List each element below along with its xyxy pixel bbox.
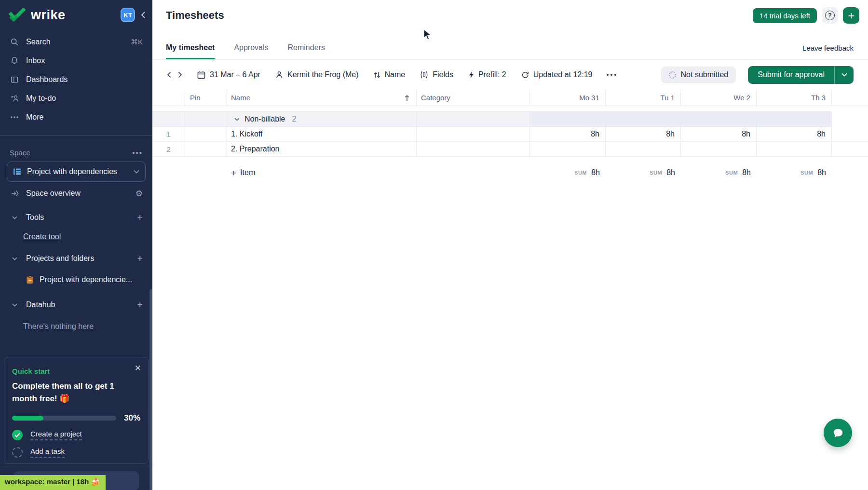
sidebar-nav: Search ⌘K Inbox Dashboards My to-do Mo <box>0 30 152 126</box>
sort-asc-icon[interactable] <box>405 95 409 101</box>
add-project-icon[interactable]: + <box>137 254 143 263</box>
avatar[interactable]: KT <box>121 8 135 22</box>
sidebar-item-space-overview[interactable]: Space overview ⚙ <box>0 183 152 204</box>
progress-bar <box>12 416 116 421</box>
column-header-category[interactable]: Category <box>417 90 530 106</box>
collapse-sidebar-icon[interactable] <box>141 11 146 19</box>
refresh-icon <box>521 70 529 79</box>
trial-badge[interactable]: 14 trial days left <box>753 8 817 23</box>
create-tool-link[interactable]: Create tool <box>0 228 152 245</box>
sidebar-scrollbar[interactable] <box>149 289 152 490</box>
calendar-icon <box>197 70 206 80</box>
next-week-icon[interactable] <box>178 71 182 78</box>
chevron-down-icon <box>10 216 19 219</box>
wrike-logo-text: wrike <box>31 8 66 23</box>
date-range-picker[interactable]: 31 Mar – 6 Apr <box>197 70 260 80</box>
plus-icon: + <box>231 168 236 177</box>
space-selector[interactable]: Project with dependencies <box>7 162 146 182</box>
sidebar-section-projects[interactable]: Projects and folders + <box>0 248 152 269</box>
sidebar-header: wrike KT <box>0 0 152 30</box>
sort-control[interactable]: Name <box>373 70 406 79</box>
row-number: 2 <box>152 142 185 157</box>
sidebar-item-dashboards[interactable]: Dashboards <box>0 70 152 89</box>
sidebar-section-tools[interactable]: Tools + <box>0 207 152 228</box>
leave-feedback-link[interactable]: Leave feedback <box>802 44 854 59</box>
space-list-icon <box>13 168 21 176</box>
hours-cell[interactable]: 8h <box>681 127 757 142</box>
create-new-button[interactable]: ＋ <box>843 7 859 24</box>
prefill-control[interactable]: Prefill: 2 <box>468 70 506 79</box>
space-options-icon[interactable]: ••• <box>132 149 143 157</box>
task-name[interactable]: 2. Preparation <box>227 142 417 157</box>
add-datahub-icon[interactable]: + <box>137 300 143 310</box>
space-section-label: Space <box>10 149 30 157</box>
search-shortcut: ⌘K <box>131 38 143 46</box>
sidebar-item-label: My to-do <box>26 94 56 103</box>
workspace-badge: workspace: master | 18h 🍰 <box>0 475 106 490</box>
close-icon[interactable]: ✕ <box>135 363 141 373</box>
fields-icon <box>420 70 429 79</box>
row-number: 1 <box>152 127 185 142</box>
gear-icon[interactable]: ⚙ <box>136 189 143 199</box>
category-cell[interactable] <box>417 127 530 142</box>
tab-approvals[interactable]: Approvals <box>234 43 268 59</box>
add-item-button[interactable]: + Item <box>227 164 417 181</box>
person-icon <box>275 70 284 79</box>
wrike-logo[interactable]: wrike <box>8 8 66 23</box>
hours-cell[interactable] <box>681 142 757 157</box>
more-icon <box>10 116 19 119</box>
task-name[interactable]: 1. Kickoff <box>227 127 417 142</box>
quick-start-item-create-project[interactable]: Create a project <box>12 430 140 440</box>
fields-control[interactable]: Fields <box>420 70 453 79</box>
help-button[interactable]: ? <box>822 7 838 24</box>
sidebar-item-search[interactable]: Search ⌘K <box>0 32 152 51</box>
user-filter[interactable]: Kermit the Frog (Me) <box>275 70 359 79</box>
progress-percent: 30% <box>124 413 140 423</box>
submit-for-approval-button[interactable]: Submit for approval <box>748 66 854 84</box>
progress-fill <box>12 416 43 421</box>
quick-start-item-add-task[interactable]: Add a task <box>12 447 140 458</box>
sidebar-item-label: Space overview <box>26 189 81 198</box>
sidebar-item-project[interactable]: Project with dependencie... <box>0 271 152 289</box>
hours-cell[interactable]: 8h <box>530 127 606 142</box>
hours-cell[interactable]: 8h <box>757 127 832 142</box>
sync-status[interactable]: Updated at 12:19 <box>521 70 593 79</box>
column-header-mo31[interactable]: Mo 31 <box>530 90 606 106</box>
hours-cell[interactable]: 8h <box>606 127 681 142</box>
column-header-pin[interactable]: Pin <box>185 90 227 106</box>
pin-cell[interactable] <box>185 127 227 142</box>
chat-widget-button[interactable] <box>824 419 852 447</box>
column-header-tu1[interactable]: Tu 1 <box>606 90 681 106</box>
sidebar-item-more[interactable]: More <box>0 108 152 126</box>
check-circle-icon <box>12 430 23 440</box>
group-row-non-billable[interactable]: Non-billable 2 <box>152 111 868 127</box>
table-row[interactable]: 2 2. Preparation <box>152 142 868 157</box>
pin-cell[interactable] <box>185 142 227 157</box>
column-header-th3[interactable]: Th 3 <box>757 90 832 106</box>
sidebar-item-my-todo[interactable]: My to-do <box>0 89 152 108</box>
chevron-down-icon[interactable] <box>234 118 240 121</box>
hours-cell[interactable] <box>530 142 606 157</box>
tab-my-timesheet[interactable]: My timesheet <box>166 43 215 59</box>
sidebar-item-inbox[interactable]: Inbox <box>0 51 152 70</box>
hours-cell[interactable] <box>757 142 832 157</box>
add-tool-icon[interactable]: + <box>137 213 143 222</box>
bell-icon <box>10 56 19 65</box>
prev-week-icon[interactable] <box>167 71 171 78</box>
column-header-we2[interactable]: We 2 <box>681 90 757 106</box>
my-todo-icon <box>10 94 19 103</box>
hours-cell[interactable] <box>606 142 681 157</box>
tab-reminders[interactable]: Reminders <box>288 43 325 59</box>
column-header-name[interactable]: Name <box>227 90 417 106</box>
submit-options-caret[interactable] <box>834 66 854 84</box>
group-count: 2 <box>292 115 297 123</box>
status-badge[interactable]: Not submitted <box>661 67 736 83</box>
sidebar-item-label: More <box>26 113 43 122</box>
dashed-circle-icon <box>12 447 23 458</box>
quick-start-panel: ✕ Quick start Complete them all to get 1… <box>4 357 149 464</box>
sidebar-section-datahub[interactable]: Datahub + <box>0 295 152 315</box>
more-options-icon[interactable] <box>607 74 616 76</box>
table-row[interactable]: 1 1. Kickoff 8h 8h 8h 8h <box>152 127 868 142</box>
group-name-cell[interactable]: Non-billable 2 <box>227 111 417 127</box>
category-cell[interactable] <box>417 142 530 157</box>
